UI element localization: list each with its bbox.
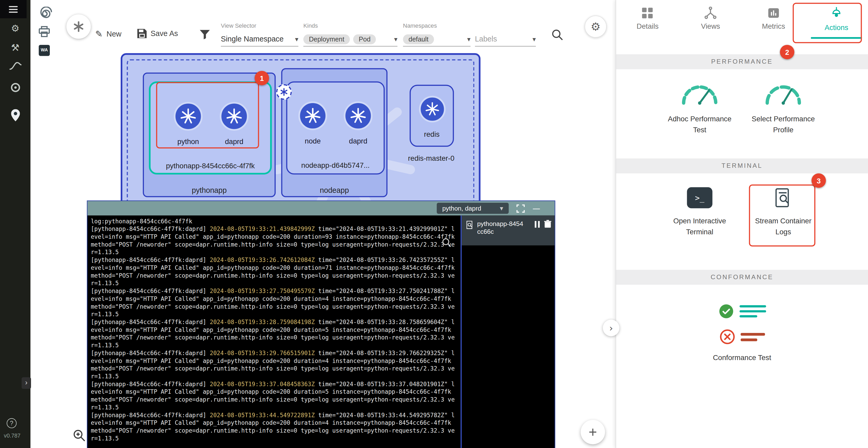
mesh-logo-icon[interactable] <box>0 82 31 95</box>
menu-icon[interactable] <box>0 0 27 18</box>
log-output[interactable]: log:pythonapp-8454cc66c-4f7fk [pythonapp… <box>87 215 461 448</box>
new-button[interactable]: ✎ New <box>95 29 122 39</box>
namespaces-label: Namespaces <box>403 22 471 32</box>
section-performance: PERFORMANCE <box>616 54 868 69</box>
container-label: daprd <box>215 138 254 146</box>
group-pythonapp[interactable]: python daprd pythonapp-8454cc66c-4f7fk p… <box>143 72 276 197</box>
labels-field[interactable]: Labels ▾ <box>475 22 536 47</box>
toolbox-icon[interactable]: ⚒ <box>0 42 31 53</box>
add-button[interactable]: + <box>581 420 605 444</box>
action-label: Select Performance Profile <box>747 114 819 136</box>
tab-details[interactable]: Details <box>616 3 679 38</box>
settings-gear-icon[interactable]: ⚙ <box>0 23 31 34</box>
action-label: Open Interactive Terminal <box>663 215 736 238</box>
tab-label: Actions <box>825 23 848 32</box>
pod-list-item[interactable]: pythonapp-8454cc66c <box>462 215 555 245</box>
new-button-label: New <box>106 30 121 38</box>
printer-icon[interactable] <box>38 26 50 39</box>
tab-views[interactable]: Views <box>679 3 742 38</box>
terminal-body: log:pythonapp-8454cc66c-4f7fk [pythonapp… <box>87 215 555 448</box>
panel-collapse-chevron[interactable]: › <box>603 320 620 336</box>
conformance-test-label[interactable]: Conformance Test <box>616 353 868 362</box>
tab-actions[interactable]: Actions <box>805 3 868 38</box>
terminal-header: python, daprd ▾ — <box>87 201 555 215</box>
save-as-label: Save As <box>150 29 178 38</box>
log-entry: [pythonapp-8454cc66c-4f7fk:daprd] 2024-0… <box>91 225 457 256</box>
kinds-field[interactable]: Kinds Deployment Pod ▾ <box>303 22 397 47</box>
log-search-icon[interactable] <box>442 238 452 249</box>
terminal-icon: >_ <box>687 187 713 208</box>
kubernetes-icon <box>179 107 198 126</box>
performance-curve-icon[interactable] <box>0 61 31 72</box>
fail-lines-icon <box>741 333 765 341</box>
fullscreen-icon[interactable] <box>517 204 525 212</box>
open-interactive-terminal[interactable]: >_ Open Interactive Terminal <box>655 187 744 238</box>
save-as-button[interactable]: Save As <box>137 29 178 38</box>
pod-nodeapp[interactable]: node daprd nodeapp-d64b5747... <box>286 81 385 175</box>
container-label: python <box>169 138 208 146</box>
save-icon <box>137 29 147 38</box>
pod-item-name: pythonapp-8454cc66c <box>477 220 526 235</box>
minimize-icon[interactable]: — <box>532 206 540 211</box>
conformance-pass-row <box>616 303 868 319</box>
log-entries: [pythonapp-8454cc66c-4f7fk:daprd] 2024-0… <box>91 225 457 442</box>
sidebar-expand-chevron[interactable]: › <box>22 377 31 389</box>
chevron-down-icon: ▾ <box>467 35 471 43</box>
log-entry: [pythonapp-8454cc66c-4f7fk:daprd] 2024-0… <box>91 287 457 318</box>
container-label: daprd <box>339 137 377 145</box>
stream-container-logs[interactable]: Stream Container Logs <box>739 187 828 238</box>
search-button[interactable] <box>552 29 564 43</box>
adhoc-performance-test[interactable]: Adhoc Performance Test <box>655 81 744 136</box>
filter-button[interactable] <box>199 29 210 42</box>
conformance-fail-row <box>616 329 868 345</box>
namespace-chip-default[interactable]: default <box>403 34 434 44</box>
container-redis[interactable] <box>419 96 445 122</box>
pause-icon[interactable] <box>535 221 540 227</box>
kind-chip-pod[interactable]: Pod <box>353 34 376 44</box>
bar-chart-icon <box>767 6 780 19</box>
dapr-sidecar-icon[interactable] <box>276 84 291 100</box>
gauge-icon <box>763 81 804 107</box>
help-icon[interactable]: ? <box>6 418 17 428</box>
settings-button[interactable]: ⚙ <box>585 16 607 37</box>
select-performance-profile[interactable]: Select Performance Profile <box>739 81 828 136</box>
tab-label: Views <box>701 22 720 31</box>
view-selector-field[interactable]: View Selector Single Namespace ▾ <box>221 22 298 47</box>
annotation-badge-1: 1 <box>255 71 269 85</box>
group-nodeapp[interactable]: node daprd nodeapp-d64b5747... nodeapp <box>281 68 388 197</box>
zoom-in-icon[interactable] <box>72 429 86 444</box>
container-selector[interactable]: python, daprd ▾ <box>437 203 509 214</box>
tab-label: Metrics <box>762 22 785 31</box>
pod-pythonapp[interactable]: python daprd pythonapp-8454cc66c-4f7fk <box>149 81 272 175</box>
spiral-logo-icon[interactable] <box>37 6 52 23</box>
wa-app-icon[interactable]: WA <box>39 45 50 56</box>
log-entry: [pythonapp-8454cc66c-4f7fk:daprd] 2024-0… <box>91 318 457 349</box>
container-daprd[interactable] <box>220 102 248 131</box>
right-panel: Details Views Metrics Actions PERFORMANC… <box>616 0 868 448</box>
log-entry: [pythonapp-8454cc66c-4f7fk:daprd] 2024-0… <box>91 411 457 442</box>
grid-icon <box>641 6 654 19</box>
kubernetes-icon <box>424 101 441 117</box>
kanvas-pin-icon[interactable] <box>0 109 31 123</box>
kind-chip-deployment[interactable]: Deployment <box>303 34 350 44</box>
pod-name: redis-master-0 <box>398 154 464 162</box>
namespaces-field[interactable]: Namespaces default ▾ <box>403 22 471 47</box>
tab-metrics[interactable]: Metrics <box>742 3 805 38</box>
gear-icon: ⚙ <box>11 23 19 34</box>
app-version: v0.787 <box>4 432 21 439</box>
log-title: log:pythonapp-8454cc66c-4f7fk <box>91 217 457 225</box>
section-conformance: CONFORMANCE <box>616 270 868 285</box>
container-python[interactable] <box>174 102 203 131</box>
pod-redis[interactable]: redis <box>410 85 454 147</box>
container-node[interactable] <box>298 101 327 130</box>
chevron-down-icon: ▾ <box>532 35 536 43</box>
dapr-design-button[interactable] <box>66 14 91 39</box>
labels-placeholder: Labels <box>475 35 497 43</box>
terminal-panel: python, daprd ▾ — log:pythonapp-8454cc66… <box>87 201 555 448</box>
trash-icon[interactable] <box>544 220 552 228</box>
branch-icon <box>704 6 718 19</box>
container-daprd[interactable] <box>344 101 372 130</box>
chevron-down-icon: ▾ <box>500 204 503 212</box>
panel-tabs: Details Views Metrics Actions <box>616 3 868 38</box>
view-selector-label: View Selector <box>221 22 298 32</box>
